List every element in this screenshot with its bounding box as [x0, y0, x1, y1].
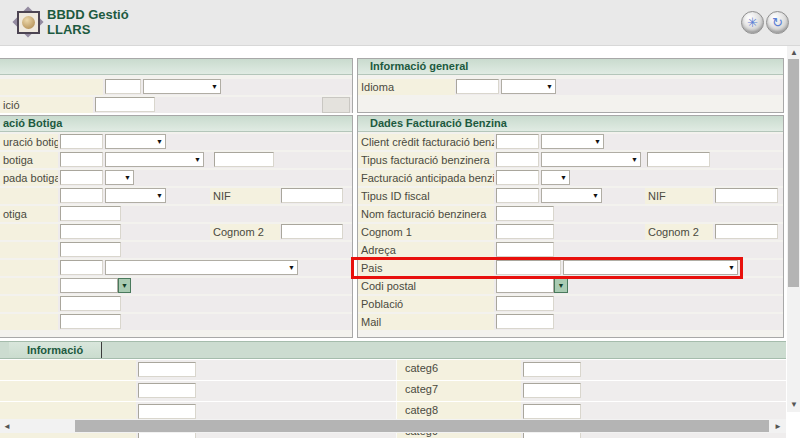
label-cell: ició	[0, 97, 93, 113]
scroll-up-arrow-icon[interactable]: ▲	[790, 48, 798, 58]
categ6-input[interactable]	[523, 362, 581, 377]
horizontal-scrollbar[interactable]: ◄ ►	[0, 419, 786, 433]
form-row: Facturació anticipada benzinera? ▼	[358, 170, 783, 186]
nav-search-button[interactable]: ✳	[741, 11, 764, 34]
botiga-row2-select[interactable]: ▼	[105, 152, 204, 167]
form-row-idioma: Idioma ▼	[358, 79, 783, 95]
botiga-nif-input[interactable]	[281, 188, 343, 203]
botiga-row2-code-input[interactable]	[60, 152, 103, 167]
label-cell: Client crèdit facturació benzinera	[358, 134, 494, 150]
tab-informacio-auxiliar[interactable]: Informació auxiliar	[9, 342, 102, 358]
form-row	[0, 296, 352, 312]
botiga-row5-label: otiga	[0, 206, 58, 220]
botiga-row1-select[interactable]: ▼	[105, 134, 166, 149]
codi-postal-picker-button[interactable]: ▼	[554, 278, 568, 293]
botiga-codipostal-picker-button[interactable]: ▼	[118, 278, 131, 293]
top-left-row2-label: ició	[0, 97, 93, 111]
poblacio-input[interactable]	[496, 296, 554, 311]
pais-code-input[interactable]	[496, 260, 561, 275]
horizontal-scroll-thumb[interactable]	[75, 420, 769, 432]
botiga-nom-input[interactable]	[60, 206, 121, 221]
categ7-input[interactable]	[523, 383, 581, 398]
nav-refresh-button[interactable]: ↻	[766, 11, 789, 34]
form-row: ició	[0, 97, 352, 113]
botiga-adreca-input[interactable]	[60, 242, 121, 257]
tipus-facturacio-select[interactable]: ▼	[541, 152, 641, 167]
label-cell: Nom facturació benzinera	[358, 206, 494, 222]
botiga-row3-select[interactable]: ▼	[105, 170, 134, 185]
botiga-pais-select[interactable]: ▼	[105, 260, 298, 275]
categ1-input[interactable]	[138, 362, 196, 377]
botiga-poblacio-input[interactable]	[60, 296, 121, 311]
vertical-scroll-thumb[interactable]	[788, 59, 799, 287]
label-cell	[0, 381, 136, 401]
vertical-scrollbar[interactable]: ▲ ▼	[787, 46, 800, 412]
label-cell: Adreça	[358, 242, 494, 258]
aux-form-row: categ7	[0, 381, 786, 401]
top-left-row1-code-input[interactable]	[105, 79, 141, 94]
tipus-facturacio-extra-input[interactable]	[647, 152, 710, 167]
scroll-left-arrow-icon[interactable]: ◄	[3, 422, 11, 432]
label-cell: uració botiga	[0, 134, 58, 150]
adreca-input[interactable]	[496, 242, 554, 257]
pais-select[interactable]: ▼	[563, 260, 738, 275]
botiga-idfiscal-select[interactable]: ▼	[105, 188, 166, 203]
pais-label: Pais	[358, 260, 494, 274]
form-row: uració botiga ▼	[0, 134, 352, 150]
botiga-row2-extra-input[interactable]	[214, 152, 274, 167]
app-header: BBDD Gestió LLARS ✳ ↻	[0, 0, 800, 46]
codi-postal-field[interactable]	[496, 278, 554, 293]
label-cell: Tipus ID fiscal	[358, 188, 494, 204]
label-cell	[0, 188, 58, 204]
botiga-idfiscal-code-input[interactable]	[60, 188, 103, 203]
tipus-id-fiscal-label: Tipus ID fiscal	[358, 188, 494, 202]
client-credit-select[interactable]: ▼	[541, 134, 604, 149]
form-row: Població	[358, 296, 783, 312]
tipus-id-code-input[interactable]	[496, 188, 539, 203]
cognom1-input[interactable]	[496, 224, 554, 239]
app-title-line2: LLARS	[47, 22, 129, 37]
anticipada-select[interactable]: ▼	[541, 170, 570, 185]
label-cell: Població	[358, 296, 494, 312]
adreca-label: Adreça	[358, 242, 494, 256]
top-left-row2-button[interactable]	[322, 97, 350, 113]
botiga-pais-code-input[interactable]	[60, 260, 103, 275]
mail-input[interactable]	[496, 314, 554, 329]
idioma-select[interactable]: ▼	[501, 79, 556, 94]
tipus-id-select[interactable]: ▼	[541, 188, 602, 203]
top-left-row2-input[interactable]	[95, 97, 155, 112]
scroll-down-arrow-icon[interactable]: ▼	[790, 400, 798, 410]
anticipada-code-input[interactable]	[496, 170, 539, 185]
idioma-label: Idioma	[358, 79, 455, 93]
scroll-right-arrow-icon[interactable]: ►	[774, 422, 782, 432]
label-cell	[0, 360, 136, 380]
benzina-nif-input[interactable]	[715, 188, 778, 203]
logo-circle-shape	[22, 16, 35, 29]
botiga-row1-code-input[interactable]	[60, 134, 103, 149]
botiga-codipostal-field[interactable]	[60, 278, 118, 293]
label-cell	[0, 278, 58, 294]
client-credit-code-input[interactable]	[496, 134, 539, 149]
aux-tabbar: Informació auxiliar	[0, 341, 786, 359]
label-cell: Mail	[358, 314, 494, 330]
tipus-facturacio-code-input[interactable]	[496, 152, 539, 167]
idioma-code-input[interactable]	[456, 79, 499, 94]
informacio-general-title: Informació general	[358, 59, 783, 75]
label-cell: pada botiga?	[0, 170, 58, 186]
categ2-input[interactable]	[138, 383, 196, 398]
cognom2-label: Cognom 2	[645, 224, 713, 238]
categ3-input[interactable]	[138, 404, 196, 419]
botiga-row2-label: botiga	[0, 152, 58, 166]
form-row: Cognom 2	[0, 224, 352, 240]
cognom2-input[interactable]	[715, 224, 778, 239]
botiga-mail-input[interactable]	[60, 314, 121, 329]
categ8-input[interactable]	[523, 404, 581, 419]
top-left-row1-select[interactable]: ▼	[143, 79, 221, 94]
form-row: ▼ NIF	[0, 188, 352, 204]
botiga-cognom2-input[interactable]	[281, 224, 343, 239]
benzina-panel-title: Dades Facturació Benzina	[358, 116, 783, 132]
nom-facturacio-input[interactable]	[496, 206, 554, 221]
botiga-row3-code-input[interactable]	[60, 170, 103, 185]
botiga-cognom1-input[interactable]	[60, 224, 121, 239]
label-cell	[0, 242, 58, 258]
